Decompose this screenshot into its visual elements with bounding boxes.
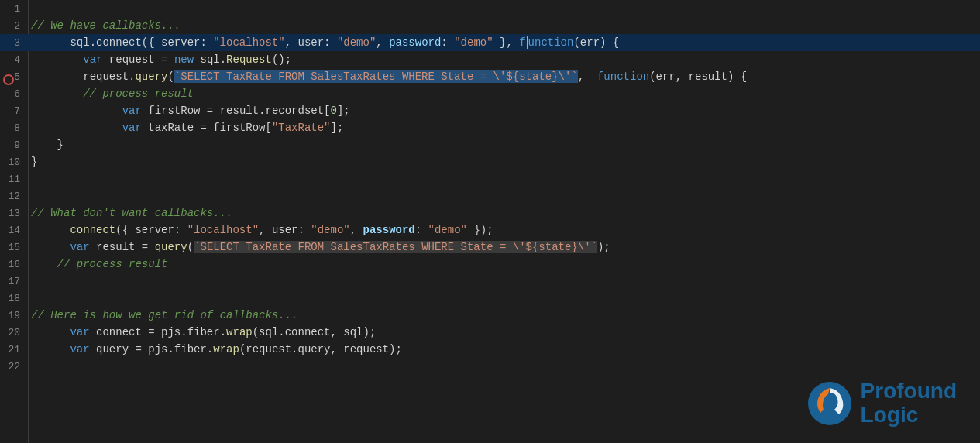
line-5: 5 request.query(`SELECT TaxRate FROM Sal… (0, 68, 980, 85)
logo-container: Profound Logic (806, 379, 957, 428)
logo-line1: Profound (861, 379, 957, 404)
line-num-21: 21 (0, 344, 28, 355)
line-num-9: 9 (0, 139, 28, 151)
line-10: 10 } (0, 153, 980, 170)
line-17: 17 (0, 273, 980, 290)
line-num-2: 2 (0, 20, 28, 32)
line-num-17: 17 (0, 276, 28, 287)
line-num-20: 20 (0, 327, 28, 338)
line-21: 21 var query = pjs.fiber.wrap(request.qu… (0, 341, 980, 358)
line-15: 15 var result = query(`SELECT TaxRate FR… (0, 239, 980, 256)
line-content-10: } (28, 153, 980, 170)
line-9: 9 } (0, 136, 980, 153)
logo-icon (806, 380, 853, 427)
code-editor: 1 2 // We have callbacks... 3 sql.connec… (0, 0, 980, 443)
line-12: 12 (0, 187, 980, 204)
line-8: 8 var taxRate = firstRow["TaxRate"]; (0, 119, 980, 136)
line-num-1: 1 (0, 3, 28, 15)
line-content-9: } (28, 136, 980, 153)
line-16: 16 // process result (0, 256, 980, 273)
line-num-6: 6 (0, 88, 28, 100)
logo-line2: Logic (861, 404, 957, 428)
line-num-4: 4 (0, 54, 28, 66)
breakpoint-5 (3, 74, 14, 85)
line-num-19: 19 (0, 310, 28, 321)
line-num-18: 18 (0, 293, 28, 304)
line-num-5: 5 (0, 71, 28, 83)
line-num-22: 22 (0, 361, 28, 373)
line-num-8: 8 (0, 122, 28, 134)
line-1: 1 (0, 0, 980, 17)
line-18: 18 (0, 290, 980, 307)
line-num-7: 7 (0, 105, 28, 117)
line-num-11: 11 (0, 173, 28, 185)
line-22: 22 (0, 358, 980, 375)
line-content-16: // process result (28, 256, 980, 273)
line-num-10: 10 (0, 156, 28, 168)
line-num-16: 16 (0, 259, 28, 270)
line-num-12: 12 (0, 191, 28, 202)
line-num-15: 15 (0, 242, 28, 253)
line-num-3: 3 (0, 37, 28, 49)
line-num-13: 13 (0, 208, 28, 219)
logo-text: Profound Logic (861, 379, 957, 428)
line-11: 11 (0, 170, 980, 187)
line-num-14: 14 (0, 225, 28, 236)
